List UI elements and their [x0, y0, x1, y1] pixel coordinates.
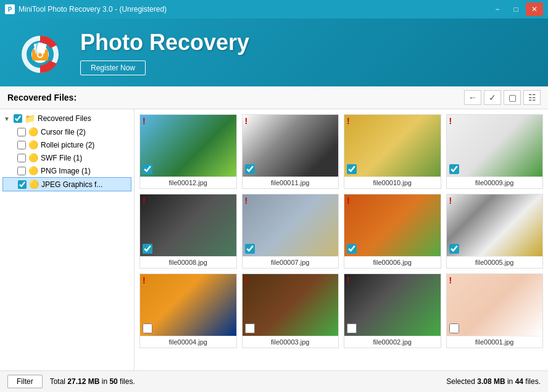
total-status: Total 27.12 MB in 50 files. — [50, 377, 135, 386]
file-checkbox[interactable] — [347, 244, 357, 254]
swf-label: SWF File (1) — [41, 154, 82, 162]
title-bar: P MiniTool Photo Recovery 3.0 - (Unregis… — [0, 0, 548, 19]
folder-icon: 📁 — [25, 114, 35, 123]
file-card[interactable]: ! file00009.jpg — [446, 114, 544, 189]
file-thumbnail — [447, 115, 543, 177]
sidebar-item-jpeg[interactable]: 🟡 JPEG Graphics f... — [2, 177, 131, 191]
files-area[interactable]: ! file00012.jpg ! file00011.jpg ! file00… — [135, 109, 548, 370]
file-thumbnail — [344, 274, 441, 336]
back-nav-button[interactable]: ← — [464, 90, 481, 105]
file-card-inner: ! — [344, 274, 441, 336]
top-toolbar: Recovered Files: ← ✓ ▢ ☷ — [0, 86, 548, 109]
grid-view-button[interactable]: ☷ — [523, 90, 541, 105]
file-thumbnail — [140, 115, 236, 177]
file-card[interactable]: ! file00006.jpg — [344, 194, 441, 269]
sidebar: ▼ 📁 Recovered Files 🟡 Cursor file (2) 🟡 … — [0, 109, 135, 370]
file-card[interactable]: ! file00008.jpg — [139, 194, 237, 269]
maximize-button[interactable]: □ — [507, 2, 525, 16]
cursor-checkbox[interactable] — [17, 128, 26, 136]
file-card[interactable]: ! file00010.jpg — [344, 114, 441, 189]
swf-icon: 🟡 — [28, 153, 38, 162]
file-card[interactable]: ! file00003.jpg — [242, 273, 339, 348]
file-checkbox[interactable] — [245, 323, 255, 333]
file-name: file00004.jpg — [140, 336, 236, 348]
sidebar-item-png[interactable]: 🟡 PNG Image (1) — [2, 164, 131, 177]
register-button[interactable]: Register Now — [80, 60, 146, 75]
file-card-inner: ! — [447, 115, 543, 177]
sidebar-item-cursor[interactable]: 🟡 Cursor file (2) — [2, 125, 131, 138]
file-checkbox[interactable] — [449, 164, 459, 174]
file-card[interactable]: ! file00007.jpg — [242, 194, 339, 269]
warning-icon: ! — [449, 196, 452, 206]
file-checkbox[interactable] — [143, 323, 152, 333]
file-card-inner: ! — [243, 194, 339, 256]
jpeg-checkbox[interactable] — [18, 180, 27, 189]
file-card[interactable]: ! file00012.jpg — [139, 114, 237, 189]
file-card-inner: ! — [243, 274, 339, 336]
file-checkbox[interactable] — [143, 244, 152, 254]
svg-point-5 — [38, 53, 42, 57]
cursor-label: Cursor file (2) — [41, 128, 86, 136]
file-card-inner: ! — [344, 194, 441, 256]
view-controls: ← ✓ ▢ ☷ — [464, 90, 541, 105]
file-thumbnail — [243, 115, 339, 177]
file-thumbnail — [344, 194, 441, 256]
file-checkbox[interactable] — [245, 164, 255, 174]
file-card[interactable]: ! file00002.jpg — [344, 273, 441, 348]
close-button[interactable]: ✕ — [526, 2, 543, 16]
warning-icon: ! — [449, 116, 452, 126]
swf-checkbox[interactable] — [17, 154, 26, 162]
file-checkbox[interactable] — [245, 244, 255, 254]
file-name: file00007.jpg — [243, 256, 339, 268]
header-text: Photo Recovery Register Now — [80, 30, 249, 75]
file-checkbox[interactable] — [449, 244, 459, 254]
warning-icon: ! — [245, 275, 248, 285]
file-checkbox[interactable] — [449, 323, 459, 333]
selected-status: Selected 3.08 MB in 44 files. — [446, 377, 541, 386]
file-checkbox[interactable] — [347, 323, 357, 333]
tree-root[interactable]: ▼ 📁 Recovered Files — [2, 112, 131, 125]
file-thumbnail — [447, 274, 543, 336]
jpeg-icon: 🟡 — [29, 180, 39, 189]
file-card[interactable]: ! file00011.jpg — [242, 114, 339, 189]
title-bar-controls: − □ ✕ — [489, 2, 543, 16]
check-all-button[interactable]: ✓ — [484, 90, 501, 105]
file-thumbnail — [140, 274, 236, 336]
total-label: Total — [50, 377, 68, 386]
file-name: file00008.jpg — [140, 256, 236, 268]
status-bar: Filter Total 27.12 MB in 50 files. Selec… — [0, 370, 548, 392]
file-checkbox[interactable] — [347, 164, 357, 174]
file-card-inner: ! — [243, 115, 339, 177]
file-name: file00010.jpg — [344, 177, 441, 188]
filter-button[interactable]: Filter — [7, 375, 43, 388]
sidebar-item-rollei[interactable]: 🟡 Rollei picture (2) — [2, 138, 131, 151]
file-card-inner: ! — [447, 274, 543, 336]
rollei-icon: 🟡 — [28, 140, 38, 149]
png-label: PNG Image (1) — [41, 167, 91, 175]
file-name: file00012.jpg — [140, 177, 236, 188]
list-view-button[interactable]: ▢ — [504, 90, 521, 105]
tree-toggle-icon: ▼ — [4, 115, 11, 122]
section-title: Recovered Files: — [7, 93, 77, 102]
file-name: file00009.jpg — [447, 177, 543, 188]
file-card[interactable]: ! file00004.jpg — [139, 273, 237, 348]
minimize-button[interactable]: − — [489, 2, 506, 16]
file-name: file00006.jpg — [344, 256, 441, 268]
file-name: file00003.jpg — [243, 336, 339, 348]
file-name: file00002.jpg — [344, 336, 441, 348]
rollei-checkbox[interactable] — [17, 141, 26, 149]
app-title: Photo Recovery — [80, 30, 249, 56]
file-name: file00001.jpg — [447, 336, 543, 348]
file-name: file00011.jpg — [243, 177, 339, 188]
file-card[interactable]: ! file00005.jpg — [446, 194, 544, 269]
jpeg-label: JPEG Graphics f... — [41, 180, 102, 189]
file-checkbox[interactable] — [143, 164, 152, 174]
png-icon: 🟡 — [28, 166, 38, 175]
warning-icon: ! — [449, 275, 452, 285]
root-checkbox[interactable] — [14, 114, 22, 123]
sidebar-item-swf[interactable]: 🟡 SWF File (1) — [2, 151, 131, 164]
files-grid: ! file00012.jpg ! file00011.jpg ! file00… — [139, 114, 543, 348]
file-thumbnail — [140, 194, 236, 256]
png-checkbox[interactable] — [17, 167, 26, 175]
file-card[interactable]: ! file00001.jpg — [446, 273, 544, 348]
